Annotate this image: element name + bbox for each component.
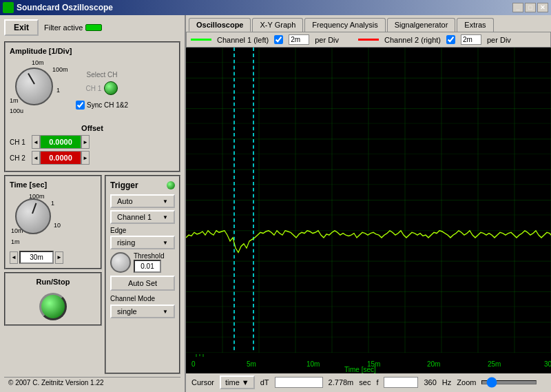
amplitude-controls: 10m 100m 1 100u 1m Select CH CH 1 (10, 59, 175, 121)
time-knob[interactable] (15, 198, 51, 234)
tab-bar: Oscilloscope X-Y Graph Frequency Analysi… (186, 15, 551, 32)
tab-extras[interactable]: Extras (457, 18, 493, 32)
trigger-mode-arrow: ▼ (163, 198, 168, 205)
tab-xy-graph[interactable]: X-Y Graph (252, 18, 303, 32)
time-runsop-col: Time [sec] 100m 1 10 1m 10m ◄ 30m (4, 175, 102, 374)
time-down-btn[interactable]: ◄ (10, 251, 18, 264)
svg-text:5m: 5m (247, 360, 256, 368)
f-label: f (376, 378, 378, 386)
sync-checkbox[interactable] (76, 101, 85, 110)
f-value-input[interactable] (384, 377, 418, 388)
time-axis-svg: 0 5m 10m 15m 20m 25m 30m Time [sec] (186, 354, 551, 373)
svg-text:30m: 30m (544, 360, 551, 368)
f-unit: Hz (442, 378, 451, 386)
offset-ch2-up-btn[interactable]: ► (81, 151, 90, 165)
window-controls: _ □ ✕ (512, 3, 548, 12)
select-ch-area: Select CH CH 1 Sync CH 1&2 (76, 71, 128, 110)
cursor-bar: Cursor time ▼ dT 2.778m sec f 360 Hz Zoo… (186, 372, 551, 392)
title-bar: Soundcard Oszilloscope _ □ ✕ (0, 0, 551, 15)
amplitude-knob-area: 10m 100m 1 100u 1m (10, 59, 72, 121)
amplitude-section: Amplitude [1/Div] 10m 100m 1 100u 1m Sel… (4, 41, 180, 172)
trigger-header: Trigger (110, 180, 175, 190)
time-title: Time [sec] (10, 180, 96, 189)
trigger-mode-value: Auto (117, 197, 133, 205)
offset-title: Offset (10, 124, 175, 132)
threshold-label: Threshold (134, 252, 164, 260)
tab-oscilloscope[interactable]: Oscilloscope (189, 18, 251, 32)
left-bottom: Time [sec] 100m 1 10 1m 10m ◄ 30m (4, 175, 180, 374)
minimize-button[interactable]: _ (512, 3, 523, 12)
trigger-edge-dropdown[interactable]: rising ▼ (110, 236, 175, 249)
offset-ch1-down-btn[interactable]: ◄ (32, 135, 40, 149)
dt-value-input[interactable] (275, 377, 323, 388)
threshold-value: 0.01 (134, 260, 161, 273)
offset-ch1-label: CH 1 (10, 138, 29, 146)
trigger-edge-value: rising (117, 238, 135, 247)
zoom-slider[interactable] (481, 380, 537, 384)
dt-label: dT (260, 378, 269, 386)
cursor-type-arrow: ▼ (242, 378, 249, 386)
cursor-type-dropdown[interactable]: time ▼ (220, 375, 255, 389)
threshold-knob[interactable] (110, 252, 131, 273)
copyright-text: © 2007 C. Zeitnitz Version 1.22 (8, 379, 104, 386)
amp-label-1m: 1m (10, 97, 19, 104)
channel-mode-dropdown[interactable]: single ▼ (110, 305, 175, 318)
amp-label-100u: 100u (10, 107, 23, 114)
offset-ch1-row: CH 1 ◄ 0.0000 ► (10, 135, 175, 149)
ch-indicator: CH 1 (86, 81, 118, 95)
time-display-value: 30m (19, 251, 54, 264)
channel-mode-value: single (117, 307, 137, 316)
offset-ch1-spinner: ◄ 0.0000 ► (32, 135, 90, 149)
run-stop-label: Run/Stop (37, 278, 70, 286)
ch-led (104, 81, 118, 95)
dt-value-display: 2.778m (329, 378, 354, 386)
f-value-display: 360 (424, 378, 436, 386)
auto-set-button[interactable]: Auto Set (110, 276, 175, 291)
offset-ch2-down-btn[interactable]: ◄ (32, 151, 40, 165)
filter-active-control: Filter active (44, 23, 102, 32)
time-label-1: 1 (51, 200, 54, 207)
ch2-per-div-input[interactable] (461, 34, 481, 45)
app-icon (3, 2, 14, 13)
svg-text:20m: 20m (427, 360, 440, 368)
offset-ch1-up-btn[interactable]: ► (81, 135, 90, 149)
window-title: Soundcard Oszilloscope (17, 3, 113, 12)
ch1-label: Channel 1 (left) (217, 36, 269, 44)
trigger-channel-arrow: ▼ (163, 214, 168, 220)
trigger-channel-dropdown[interactable]: Channel 1 ▼ (110, 210, 175, 224)
svg-text:25m: 25m (488, 360, 501, 368)
exit-button[interactable]: Exit (4, 19, 39, 36)
run-stop-button[interactable] (39, 293, 67, 320)
cursor-label: Cursor (191, 378, 214, 386)
tab-frequency-analysis[interactable]: Frequency Analysis (304, 18, 385, 32)
time-up-btn[interactable]: ► (55, 251, 63, 264)
maximize-button[interactable]: □ (525, 3, 536, 12)
close-button[interactable]: ✕ (537, 3, 548, 12)
ch2-per-div-label: per Div (487, 36, 511, 44)
ch1-checkbox[interactable] (274, 35, 283, 44)
trigger-channel-container: Channel 1 ▼ (110, 210, 175, 224)
time-knob-area: 100m 1 10 1m 10m (10, 193, 72, 248)
trigger-edge-container: rising ▼ (110, 236, 175, 249)
svg-text:10m: 10m (306, 360, 320, 368)
time-display-row: ◄ 30m ► (10, 251, 96, 264)
run-stop-section: Run/Stop (4, 272, 102, 326)
tab-signalgenerator[interactable]: Signalgenerator (387, 18, 456, 32)
filter-label: Filter active (44, 23, 83, 32)
ch1-per-div-label: per Div (315, 36, 339, 44)
sync-label: Sync CH 1&2 (87, 101, 128, 109)
amp-label-10m: 10m (32, 59, 44, 66)
copyright-bar: © 2007 C. Zeitnitz Version 1.22 (4, 377, 180, 388)
offset-ch2-value: 0.0000 (40, 151, 81, 165)
channel-mode-arrow: ▼ (163, 309, 168, 315)
oscilloscope-grid (186, 48, 551, 353)
trigger-mode-dropdown[interactable]: Auto ▼ (110, 194, 175, 208)
ch2-checkbox[interactable] (446, 35, 455, 44)
threshold-row: Threshold 0.01 (110, 252, 175, 273)
ch1-per-div-input[interactable] (289, 34, 309, 45)
amp-label-1: 1 (56, 87, 60, 94)
amplitude-knob[interactable] (15, 68, 53, 105)
offset-section: Offset CH 1 ◄ 0.0000 ► CH 2 ◄ 0.0000 ► (10, 124, 175, 165)
trigger-title: Trigger (110, 180, 138, 190)
trigger-mode-container: Auto ▼ (110, 194, 175, 208)
